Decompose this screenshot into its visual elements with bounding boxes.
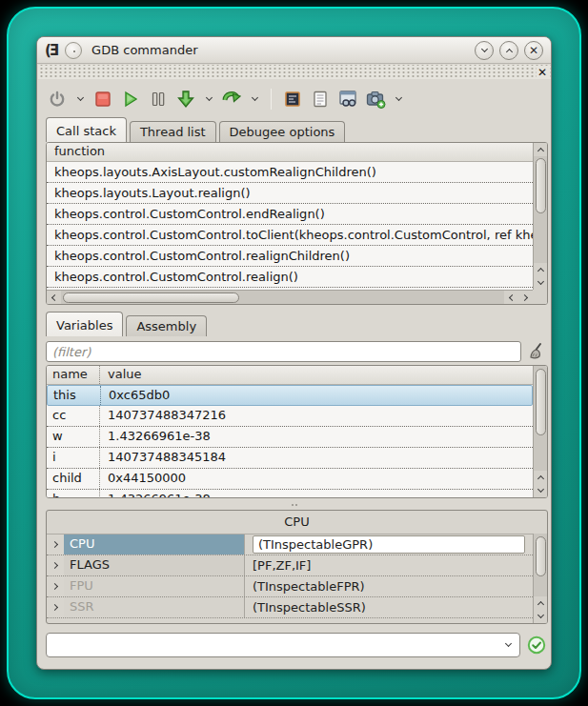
variable-row[interactable]: child 0x44150000 <box>47 469 533 490</box>
call-stack-column-header[interactable]: function <box>47 143 533 162</box>
call-stack-vscrollbar[interactable] <box>533 143 547 290</box>
column-header-value[interactable]: value <box>100 366 150 384</box>
scroll-up-button[interactable] <box>534 471 548 484</box>
titlebar[interactable]: (Ǝ GDB commander ✕ <box>37 37 551 64</box>
column-header-name[interactable]: name <box>47 366 100 384</box>
scroll-left-button[interactable] <box>47 291 61 304</box>
scrollbar-thumb[interactable] <box>536 158 546 213</box>
variables-list: this 0xc65db0 cc 140737488347216 w 1.432… <box>47 385 533 497</box>
variable-name: child <box>47 469 100 489</box>
variable-row-selected[interactable]: this 0xc65db0 <box>47 385 533 406</box>
cpu-vscrollbar[interactable] <box>533 534 547 623</box>
maximize-button[interactable] <box>499 41 518 60</box>
variables-vscrollbar[interactable] <box>533 366 547 497</box>
gdb-command-input[interactable] <box>47 637 497 652</box>
expand-arrow-icon[interactable] <box>47 576 64 596</box>
scroll-down-button[interactable] <box>534 276 548 290</box>
filter-input[interactable] <box>46 341 521 362</box>
step-over-dropdown[interactable] <box>249 95 260 103</box>
cpu-row-flags[interactable]: FLAGS [PF,ZF,IF] <box>47 555 533 576</box>
tab-call-stack[interactable]: Call stack <box>46 117 127 142</box>
scroll-down-button[interactable] <box>534 610 548 623</box>
variable-row[interactable]: cc 140737488347216 <box>47 406 533 427</box>
send-command-button[interactable] <box>525 634 548 656</box>
stop-button[interactable] <box>92 89 113 110</box>
scroll-up-button[interactable] <box>534 596 548 610</box>
log-view-button[interactable] <box>310 89 331 110</box>
variable-name: w <box>47 427 100 447</box>
variable-value: 140737488347216 <box>100 406 533 426</box>
scrollbar-thumb[interactable] <box>536 536 546 576</box>
variable-row[interactable]: w 1.43266961e-38 <box>47 427 533 448</box>
cpu-view-button[interactable] <box>282 89 303 110</box>
watch-window-icon <box>337 89 358 110</box>
scroll-up-button[interactable] <box>534 263 548 276</box>
chevron-left-icon <box>51 293 58 300</box>
call-stack-row[interactable]: kheops.control.CustomControl.realign() <box>47 267 533 288</box>
cpu-row-gpr[interactable]: CPU (TInspectableGPR) <box>47 535 533 555</box>
step-into-dropdown[interactable] <box>203 95 214 103</box>
variable-value: 0x44150000 <box>100 469 533 489</box>
debug-toolbar <box>47 83 545 115</box>
combo-dropdown-button[interactable] <box>497 641 519 649</box>
chevron-down-icon <box>537 486 543 493</box>
window-menu-button[interactable] <box>65 42 82 59</box>
call-stack-panel: function kheops.layouts.AxisLayout.custo… <box>46 142 548 305</box>
snapshot-dropdown[interactable] <box>393 95 404 103</box>
scroll-up-button[interactable] <box>534 143 548 156</box>
call-stack-row[interactable]: kheops.control.CustomControl.endRealign(… <box>47 204 533 225</box>
tab-variables[interactable]: Variables <box>46 312 123 336</box>
chevron-up-icon <box>505 48 512 54</box>
scroll-left-button[interactable] <box>504 291 518 304</box>
variables-header: name value <box>47 366 533 385</box>
power-button[interactable] <box>47 89 68 110</box>
pause-button[interactable] <box>148 89 169 110</box>
scroll-right-button[interactable] <box>518 291 533 304</box>
call-stack-list: kheops.layouts.AxisLayout.customRealignC… <box>47 162 533 290</box>
register-group-name[interactable]: FPU <box>64 576 245 596</box>
variable-row[interactable]: h 1.43266961e-38 <box>47 490 533 497</box>
chevron-down-icon <box>537 612 543 618</box>
clear-filter-button[interactable] <box>525 340 548 363</box>
window-title: GDB commander <box>91 43 469 57</box>
dock-close-icon[interactable]: ✕ <box>537 67 548 78</box>
register-value-field[interactable]: (TInspectableGPR) <box>253 535 525 554</box>
command-row <box>46 632 548 657</box>
watches-button[interactable] <box>337 89 358 110</box>
call-stack-hscrollbar[interactable] <box>47 290 533 304</box>
camera-add-icon <box>365 89 386 110</box>
expand-arrow-icon[interactable] <box>47 597 64 617</box>
ok-check-icon <box>527 635 546 655</box>
cpu-row-ssr[interactable]: SSR (TInspectableSSR) <box>47 597 533 618</box>
register-group-name[interactable]: SSR <box>64 597 245 617</box>
register-group-name[interactable]: CPU <box>64 535 245 555</box>
variable-row[interactable]: i 140737488345184 <box>47 448 533 469</box>
call-stack-row[interactable]: kheops.control.CustomControl.realignChil… <box>47 246 533 267</box>
call-stack-row[interactable]: kheops.layouts.Layout.realign() <box>47 183 533 204</box>
dock-drag-handle[interactable]: ✕ <box>38 65 552 79</box>
splitter-handle[interactable] <box>37 501 551 509</box>
cpu-row-fpu[interactable]: FPU (TInspectableFPR) <box>47 576 533 597</box>
snapshot-button[interactable] <box>365 89 386 110</box>
scrollbar-thumb[interactable] <box>536 369 546 435</box>
step-into-button[interactable] <box>175 89 196 110</box>
gdb-command-combobox[interactable] <box>46 633 520 657</box>
power-dropdown[interactable] <box>74 95 86 103</box>
close-button[interactable]: ✕ <box>524 41 543 60</box>
minimize-button[interactable] <box>475 41 494 60</box>
step-over-button[interactable] <box>221 89 242 110</box>
tab-thread-list[interactable]: Thread list <box>130 121 216 142</box>
tab-debugee-options[interactable]: Debugee options <box>219 121 346 142</box>
close-icon: ✕ <box>529 45 538 56</box>
scrollbar-thumb[interactable] <box>63 292 239 303</box>
expand-arrow-icon[interactable] <box>47 535 64 555</box>
run-button[interactable] <box>120 89 141 110</box>
expand-arrow-icon[interactable] <box>47 555 64 575</box>
register-group-name[interactable]: FLAGS <box>64 555 245 575</box>
call-stack-row[interactable]: kheops.control.CustomControl.toClient(kh… <box>47 225 533 246</box>
variable-name: this <box>48 386 101 405</box>
scroll-down-button[interactable] <box>534 484 548 497</box>
chevron-down-icon <box>395 94 401 101</box>
tab-assembly[interactable]: Assembly <box>126 315 207 336</box>
call-stack-row[interactable]: kheops.layouts.AxisLayout.customRealignC… <box>47 162 533 183</box>
